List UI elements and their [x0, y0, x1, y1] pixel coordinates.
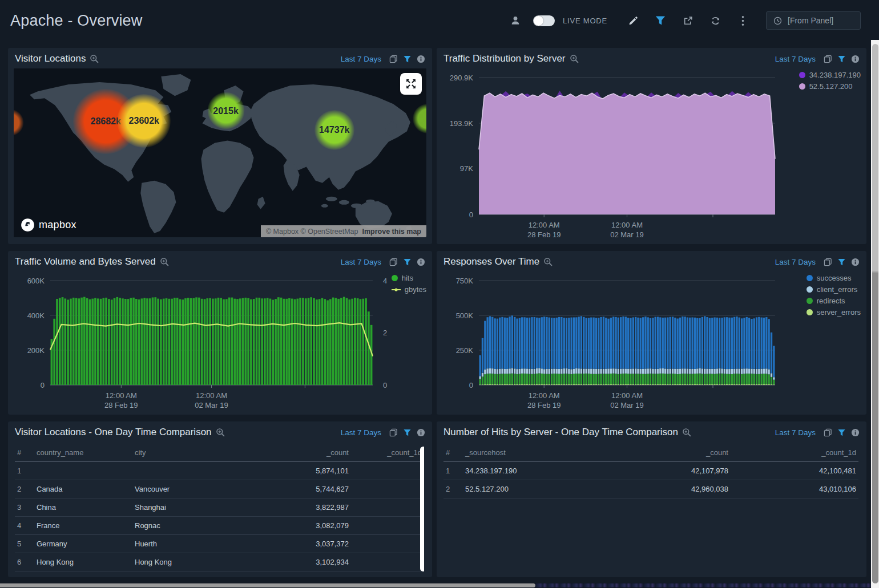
bubble-label: 2015k	[213, 106, 239, 116]
filter-icon[interactable]	[403, 258, 412, 266]
column-header[interactable]: #	[15, 444, 34, 461]
column-header[interactable]: _count	[265, 444, 351, 461]
dot-marker-icon	[807, 275, 813, 281]
improve-map-link[interactable]: Improve this map	[362, 228, 422, 236]
table-cell	[351, 516, 424, 534]
table-cell: Hong Kong	[34, 553, 132, 571]
legend-item[interactable]: gbytes	[392, 285, 426, 294]
column-header[interactable]: #	[443, 444, 463, 461]
table-cell: 42,100,481	[731, 461, 858, 480]
edit-pencil-icon[interactable]	[623, 11, 643, 30]
search-plus-icon[interactable]	[682, 428, 692, 437]
table-cell: Vancouver	[132, 480, 265, 498]
info-icon[interactable]	[417, 428, 425, 437]
table-row[interactable]: 134.238.197.19042,107,97842,100,481	[443, 461, 858, 480]
copy-icon[interactable]	[824, 258, 832, 266]
horizontal-scrollbar[interactable]	[0, 583, 871, 588]
toggle-knob	[534, 16, 543, 26]
horizontal-scrollbar-thumb[interactable]	[0, 583, 535, 587]
mapbox-logo[interactable]: mapbox	[21, 218, 76, 232]
copy-icon[interactable]	[824, 428, 832, 437]
legend-item[interactable]: hits	[392, 274, 426, 282]
world-map[interactable]: mapbox © Mapbox © OpenStreetMap Improve …	[14, 68, 426, 237]
copy-icon[interactable]	[389, 428, 398, 437]
panel-title: Responses Over Time	[443, 256, 539, 267]
svg-text:12:00 AM: 12:00 AM	[529, 391, 560, 400]
table-cell: 4	[15, 516, 34, 534]
table-row[interactable]: 6Hong KongHong Kong3,102,934	[15, 553, 424, 571]
info-icon[interactable]	[417, 55, 425, 63]
search-plus-icon[interactable]	[160, 257, 170, 267]
map-bubble[interactable]: 14737k	[314, 110, 354, 150]
time-range-input[interactable]: [From Panel]	[766, 11, 861, 30]
table-cell: Canada	[34, 480, 132, 498]
user-icon[interactable]	[506, 11, 525, 30]
export-icon[interactable]	[678, 11, 697, 30]
filter-icon[interactable]	[837, 428, 846, 437]
info-icon[interactable]	[851, 55, 860, 63]
table-cell	[34, 461, 132, 480]
info-icon[interactable]	[851, 428, 860, 437]
search-plus-icon[interactable]	[216, 428, 225, 437]
panel-actions: Last 7 Days	[341, 55, 425, 63]
legend-item[interactable]: client_errors	[807, 285, 861, 294]
table-row[interactable]: 2CanadaVancouver5,744,627	[15, 480, 424, 498]
refresh-icon[interactable]	[705, 11, 725, 30]
info-icon[interactable]	[851, 258, 860, 266]
dashboard-page: Apache - Overview LIVE MODE	[0, 0, 879, 588]
time-range-label[interactable]: Last 7 Days	[775, 258, 816, 266]
expand-icon[interactable]	[400, 73, 422, 95]
column-header[interactable]: _count_1d	[351, 444, 424, 461]
table-row[interactable]: 252.5.127.20042,960,03843,010,106	[443, 480, 858, 498]
table-cell: 42,107,978	[576, 461, 731, 480]
legend-item[interactable]: 52.5.127.200	[799, 82, 861, 91]
attribution-text[interactable]: © Mapbox © OpenStreetMap	[266, 228, 358, 236]
time-range-label[interactable]: Last 7 Days	[775, 55, 816, 63]
svg-text:12:00 AM: 12:00 AM	[611, 391, 643, 400]
legend-item[interactable]: server_errors	[807, 308, 861, 317]
column-header[interactable]: _count_1d	[731, 444, 858, 461]
copy-icon[interactable]	[389, 258, 398, 266]
map-bubble[interactable]: 23602k	[117, 94, 171, 148]
time-range-label[interactable]: Last 7 Days	[341, 428, 381, 437]
column-header[interactable]: country_name	[34, 444, 132, 461]
live-mode-label: LIVE MODE	[563, 17, 607, 25]
column-header[interactable]: city	[132, 444, 265, 461]
mapbox-wordmark: mapbox	[39, 219, 76, 231]
time-range-label[interactable]: Last 7 Days	[341, 258, 381, 266]
table-cell	[351, 534, 424, 553]
copy-icon[interactable]	[389, 55, 398, 63]
column-header[interactable]: _sourcehost	[463, 444, 576, 461]
filter-icon[interactable]	[837, 55, 846, 63]
legend-item[interactable]: successes	[807, 274, 861, 282]
time-range-label[interactable]: Last 7 Days	[775, 428, 816, 437]
table-row[interactable]: 3ChinaShanghai3,822,987	[15, 498, 424, 516]
panel-title: Visitor Locations - One Day Time Compari…	[15, 427, 212, 438]
legend-item[interactable]: redirects	[807, 297, 861, 305]
live-mode-toggle[interactable]	[533, 15, 555, 26]
column-header[interactable]: _count	[576, 444, 731, 461]
table-row[interactable]: 15,874,101	[15, 461, 424, 480]
table-cell	[351, 480, 424, 498]
dot-marker-icon	[392, 275, 398, 281]
table-cell: 1	[443, 461, 463, 480]
copy-icon[interactable]	[824, 55, 832, 63]
kebab-menu-icon[interactable]	[733, 11, 752, 30]
filter-icon[interactable]	[403, 55, 412, 63]
search-plus-icon[interactable]	[570, 54, 579, 64]
search-plus-icon[interactable]	[543, 257, 553, 267]
filter-icon[interactable]	[651, 11, 670, 30]
search-plus-icon[interactable]	[90, 54, 99, 64]
filter-icon[interactable]	[403, 428, 412, 437]
map-bubble[interactable]: 2015k	[207, 92, 244, 129]
table-row[interactable]: 4FranceRognac3,082,079	[15, 516, 424, 534]
filter-icon[interactable]	[837, 258, 846, 266]
time-range-label[interactable]: Last 7 Days	[341, 55, 381, 63]
table-row[interactable]: 5GermanyHuerth3,037,372	[15, 534, 424, 553]
table-scrollbar[interactable]	[420, 447, 424, 571]
info-icon[interactable]	[417, 258, 425, 266]
vertical-scrollbar[interactable]	[871, 40, 879, 588]
vertical-scrollbar-thumb[interactable]	[872, 44, 878, 583]
panel-actions: Last 7 Days	[341, 258, 425, 266]
legend-item[interactable]: 34.238.197.190	[799, 71, 861, 79]
